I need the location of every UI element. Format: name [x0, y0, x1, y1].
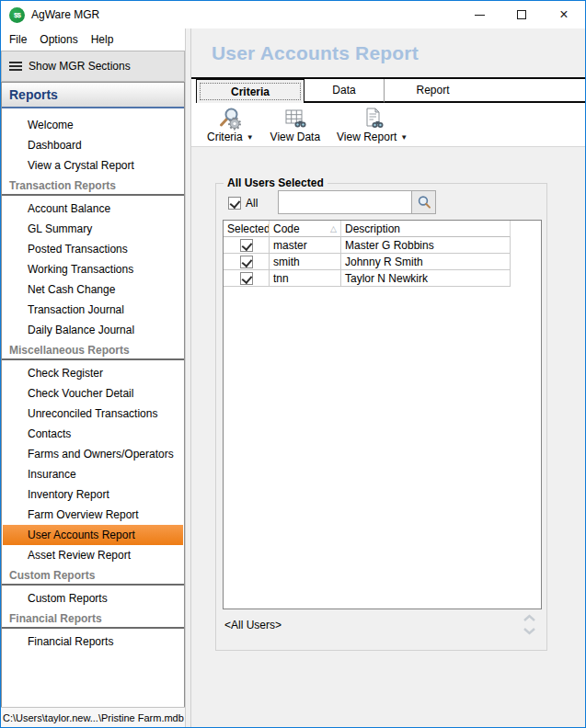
sidebar-item-asset-review-report[interactable]: Asset Review Report	[2, 545, 184, 565]
sidebar-item-insurance[interactable]: Insurance	[2, 464, 184, 484]
table-row[interactable]: smithJohnny R Smith	[224, 254, 541, 270]
sidebar: File Options Help Show MGR Sections Repo…	[1, 28, 185, 727]
criteria-dropdown-button[interactable]: Criteria ▼	[199, 105, 262, 144]
view-data-button-label: View Data	[270, 131, 320, 143]
sidebar-item-custom-reports[interactable]: Custom Reports	[2, 588, 184, 609]
criteria-content: All Users Selected All	[191, 147, 585, 727]
minimize-icon	[475, 15, 485, 16]
page-title: User Accounts Report	[212, 42, 419, 64]
sidebar-item-check-register[interactable]: Check Register	[2, 363, 184, 383]
window-title: AgWare MGR	[31, 8, 99, 21]
tab-criteria[interactable]: Criteria	[196, 79, 304, 103]
app-logo-icon: $$	[9, 7, 25, 23]
menu-file[interactable]: File	[3, 29, 33, 50]
tab-strip-filler	[481, 79, 585, 103]
search-button[interactable]	[411, 191, 435, 213]
column-header-description[interactable]: Description	[341, 221, 511, 237]
reports-nav-panel: Reports WelcomeDashboardView a Crystal R…	[1, 82, 185, 707]
sidebar-splitter[interactable]	[185, 28, 191, 727]
view-data-button[interactable]: View Data	[262, 105, 328, 144]
row-description-cell: Taylor N Newkirk	[341, 270, 511, 287]
search-input[interactable]	[279, 191, 411, 213]
hamburger-icon	[9, 62, 22, 71]
row-selected-checkbox[interactable]	[240, 239, 253, 252]
menu-bar: File Options Help	[1, 28, 185, 51]
row-selected-cell	[224, 254, 270, 270]
row-selected-cell	[224, 237, 270, 254]
sidebar-nav-list: WelcomeDashboardView a Crystal ReportTra…	[2, 108, 184, 707]
sidebar-item-gl-summary[interactable]: GL Summary	[2, 219, 184, 239]
menu-help[interactable]: Help	[85, 29, 121, 50]
sidebar-item-user-accounts-report[interactable]: User Accounts Report	[3, 525, 183, 545]
all-users-groupbox: All Users Selected All	[215, 183, 547, 651]
scroll-buttons	[523, 614, 536, 635]
dropdown-arrow-icon: ▼	[400, 133, 408, 142]
search-icon	[417, 195, 431, 210]
users-table-header: Selected Code △ Description	[224, 221, 541, 237]
view-data-grid-binoculars-icon	[283, 106, 307, 131]
sidebar-section-title: Transaction Reports	[2, 177, 184, 196]
sidebar-item-farm-overview-report[interactable]: Farm Overview Report	[2, 505, 184, 525]
sidebar-item-farms-and-owners-operators[interactable]: Farms and Owners/Operators	[2, 444, 184, 464]
minimize-button[interactable]	[458, 1, 500, 28]
groupbox-title: All Users Selected	[224, 176, 327, 189]
row-code-cell: tnn	[270, 270, 341, 287]
close-button[interactable]: ×	[543, 1, 585, 28]
row-description-cell: Master G Robbins	[341, 237, 511, 254]
row-selected-checkbox[interactable]	[240, 256, 253, 268]
sidebar-item-financial-reports[interactable]: Financial Reports	[2, 631, 184, 652]
users-table-body: masterMaster G RobbinssmithJohnny R Smit…	[224, 237, 541, 287]
sidebar-item-welcome[interactable]: Welcome	[2, 115, 184, 135]
column-header-selected[interactable]: Selected	[224, 221, 270, 237]
sidebar-item-contacts[interactable]: Contacts	[2, 424, 184, 444]
chevron-down-icon[interactable]	[523, 627, 536, 635]
tab-strip: Criteria Data Report	[191, 79, 585, 103]
sidebar-item-transaction-journal[interactable]: Transaction Journal	[2, 300, 184, 320]
all-users-checkbox[interactable]	[228, 197, 241, 210]
sidebar-section-title: Miscellaneous Reports	[2, 342, 184, 360]
row-code-cell: master	[270, 237, 341, 254]
main-panel: User Accounts Report Criteria Data Repor…	[191, 28, 585, 727]
sidebar-item-daily-balance-journal[interactable]: Daily Balance Journal	[2, 320, 184, 340]
criteria-button-label: Criteria	[207, 131, 243, 143]
row-code-cell: smith	[270, 254, 341, 270]
column-header-code-label: Code	[273, 222, 300, 235]
chevron-up-icon[interactable]	[523, 614, 536, 622]
sidebar-item-working-transactions[interactable]: Working Transactions	[2, 259, 184, 279]
criteria-search-gear-icon	[218, 106, 242, 131]
tab-data[interactable]: Data	[304, 79, 385, 103]
column-header-code[interactable]: Code △	[270, 221, 341, 237]
tab-report[interactable]: Report	[385, 79, 481, 103]
selection-summary-label: <All Users>	[224, 619, 282, 631]
show-mgr-sections-button[interactable]: Show MGR Sections	[1, 51, 185, 82]
table-row[interactable]: masterMaster G Robbins	[224, 237, 541, 254]
title-bar: $$ AgWare MGR ×	[1, 1, 585, 28]
sidebar-item-account-balance[interactable]: Account Balance	[2, 199, 184, 219]
nav-header-reports: Reports	[2, 83, 184, 108]
sidebar-item-net-cash-change[interactable]: Net Cash Change	[2, 279, 184, 300]
row-selected-checkbox[interactable]	[240, 272, 253, 285]
view-report-dropdown-button[interactable]: View Report ▼	[328, 105, 416, 144]
sidebar-item-view-a-crystal-report[interactable]: View a Crystal Report	[2, 155, 184, 176]
sort-ascending-icon: △	[330, 224, 337, 233]
database-path-statusbar: C:\Users\taylor.new...\Pristine Farm.mdb	[1, 707, 185, 727]
users-table: Selected Code △ Description masterMaster…	[223, 220, 542, 609]
menu-options[interactable]: Options	[33, 29, 84, 50]
sidebar-item-check-voucher-detail[interactable]: Check Voucher Detail	[2, 383, 184, 404]
maximize-button[interactable]	[500, 1, 543, 28]
main-header: User Accounts Report	[191, 28, 585, 79]
sidebar-item-inventory-report[interactable]: Inventory Report	[2, 484, 184, 505]
table-row[interactable]: tnnTaylor N Newkirk	[224, 270, 541, 287]
sidebar-section-title: Financial Reports	[2, 610, 184, 629]
window-controls: ×	[458, 1, 585, 28]
view-report-document-binoculars-icon	[361, 106, 385, 131]
sidebar-item-posted-transactions[interactable]: Posted Transactions	[2, 239, 184, 259]
sidebar-item-dashboard[interactable]: Dashboard	[2, 135, 184, 155]
row-selected-cell	[224, 270, 270, 287]
all-checkbox-label: All	[246, 197, 258, 210]
sidebar-section-title: Custom Reports	[2, 567, 184, 586]
show-mgr-sections-label: Show MGR Sections	[29, 60, 131, 73]
sidebar-item-unreconciled-transactions[interactable]: Unreconciled Transactions	[2, 404, 184, 424]
user-search-field	[278, 190, 436, 214]
app-window: $$ AgWare MGR × File Options Help Show M…	[0, 0, 586, 728]
